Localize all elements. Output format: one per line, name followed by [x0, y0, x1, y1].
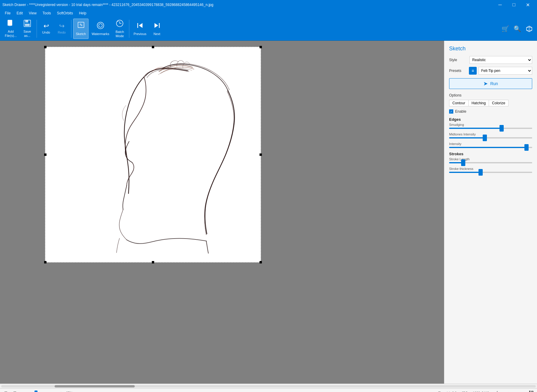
zoom-in-button[interactable]: + — [58, 390, 64, 392]
menu-tools[interactable]: Tools — [40, 10, 53, 16]
previous-label: Previous — [134, 32, 146, 36]
maximize-button[interactable]: □ — [507, 0, 521, 10]
sketch-button[interactable]: ✎ Sketch — [73, 19, 89, 39]
presets-label: Presets — [449, 69, 467, 73]
smudging-label: Smudging — [449, 123, 532, 126]
menu-bar: File Edit View Tools SoftOrbits Help — [0, 10, 537, 17]
stroke-thickness-slider[interactable] — [449, 172, 532, 173]
watermarks-button[interactable]: Watermarks — [89, 19, 112, 39]
svg-point-9 — [99, 24, 102, 27]
stroke-thickness-label: Stroke thickness — [449, 167, 532, 171]
toolbar-sep-3 — [129, 20, 129, 38]
intensity-slider[interactable] — [449, 147, 532, 148]
smudging-slider-row — [449, 128, 532, 129]
stroke-thickness-thumb[interactable] — [478, 169, 483, 176]
run-label: Run — [490, 81, 498, 86]
intensity-label: Intensity — [449, 142, 532, 146]
cube-icon[interactable] — [524, 23, 535, 34]
fit-view-button[interactable]: ⊡ — [2, 390, 9, 392]
add-icon: + — [7, 19, 15, 28]
right-panel: Sketch Style Realistic Presets ≡ Felt-Ti… — [444, 41, 537, 384]
status-right: Time (s): 6.9 JPG 1920x3412 ℹ ↓ ↑ 💾 — [438, 390, 535, 392]
watermarks-icon — [96, 21, 105, 31]
save-as-button[interactable]: Saveas... — [20, 19, 35, 39]
batch-mode-label: BatchMode — [116, 30, 124, 38]
presets-select[interactable]: Felt-Tip pen — [478, 67, 532, 75]
tab-colorize[interactable]: Colorize — [489, 100, 508, 106]
add-files-button[interactable]: + AddFile(s)... — [2, 19, 19, 39]
previous-icon — [136, 21, 144, 31]
stroke-length-slider[interactable] — [449, 162, 532, 163]
smudging-fill — [449, 128, 502, 129]
toolbar-right-icons: 🛒 🔍 — [500, 23, 535, 34]
time-label: Time (s): 6.9 — [438, 391, 457, 392]
toolbar-sep-2 — [71, 20, 71, 38]
smudging-thumb[interactable] — [500, 125, 504, 132]
search-icon[interactable]: 🔍 — [512, 23, 523, 34]
previous-button[interactable]: Previous — [131, 19, 149, 39]
tab-hatching[interactable]: Hatching — [469, 100, 489, 106]
minimize-button[interactable]: ─ — [493, 0, 507, 10]
horizontal-scrollbar[interactable] — [0, 384, 537, 388]
svg-text:✎: ✎ — [79, 23, 82, 27]
redo-button[interactable]: ↪ Redo — [54, 19, 69, 39]
tab-contour[interactable]: Contour — [449, 100, 469, 106]
enable-checkbox[interactable]: ✓ — [449, 109, 453, 114]
sketch-image — [45, 47, 261, 262]
svg-rect-5 — [25, 24, 30, 26]
svg-rect-4 — [25, 20, 28, 22]
smudging-slider[interactable] — [449, 128, 532, 129]
menu-view[interactable]: View — [26, 10, 39, 16]
title-bar: Sketch Drawer - ****Unregistered version… — [0, 0, 537, 10]
panel-title: Sketch — [449, 46, 532, 52]
midtones-label: Midtones Intensity — [449, 132, 532, 136]
enable-row: ✓ Enable — [449, 109, 532, 114]
undo-button[interactable]: ↩ Undo — [39, 19, 54, 39]
style-select[interactable]: Realistic — [470, 56, 532, 64]
status-left: ⊡ ⊞ − + 67% — [2, 390, 73, 392]
midtones-fill — [449, 137, 485, 138]
zoom-thumb[interactable] — [34, 391, 38, 392]
midtones-slider[interactable] — [449, 137, 532, 138]
stroke-length-thumb[interactable] — [461, 159, 465, 166]
stroke-thickness-slider-row — [449, 172, 532, 173]
redo-label: Redo — [58, 31, 66, 34]
next-button[interactable]: Next — [149, 19, 164, 39]
scrollbar-thumb[interactable] — [55, 385, 135, 388]
info-button[interactable]: ℹ — [494, 390, 500, 392]
presets-row: Presets ≡ Felt-Tip pen — [449, 67, 532, 75]
actual-size-button[interactable]: ⊞ — [11, 390, 18, 392]
menu-softorbits[interactable]: SoftOrbits — [55, 10, 75, 16]
share-up-button[interactable]: ↑ — [517, 390, 523, 392]
save-status-button[interactable]: 💾 — [528, 390, 535, 392]
share-down-button[interactable]: ↓ — [505, 390, 512, 392]
sketch-icon: ✎ — [77, 21, 85, 31]
batch-icon — [116, 19, 124, 29]
cart-icon[interactable]: 🛒 — [500, 23, 511, 34]
menu-edit[interactable]: Edit — [14, 10, 25, 16]
canvas-area[interactable] — [0, 41, 444, 384]
presets-icon-button[interactable]: ≡ — [469, 67, 477, 75]
svg-marker-11 — [139, 23, 142, 28]
checkmark-icon: ✓ — [450, 110, 452, 113]
zoom-out-button[interactable]: − — [20, 390, 26, 392]
options-label: Options — [449, 93, 532, 97]
toolbar: + AddFile(s)... Saveas... ↩ Undo ↪ Redo … — [0, 17, 537, 41]
format-label: JPG — [461, 391, 468, 392]
run-button[interactable]: ➤ Run — [449, 78, 532, 89]
edges-section-title: Edges — [449, 117, 532, 122]
close-button[interactable]: ✕ — [521, 0, 535, 10]
menu-help[interactable]: Help — [76, 10, 89, 16]
stroke-thickness-fill — [449, 172, 481, 173]
window-title: Sketch Drawer - ****Unregistered version… — [2, 3, 213, 7]
scrollbar-track[interactable] — [1, 385, 536, 388]
midtones-thumb[interactable] — [483, 135, 487, 141]
undo-icon: ↩ — [44, 23, 49, 29]
svg-marker-13 — [154, 23, 158, 28]
toolbar-sep-1 — [37, 20, 37, 38]
batch-mode-button[interactable]: BatchMode — [112, 19, 127, 39]
enable-label: Enable — [455, 109, 466, 114]
menu-file[interactable]: File — [2, 10, 13, 16]
canvas-inner — [45, 47, 261, 263]
intensity-thumb[interactable] — [524, 144, 529, 151]
